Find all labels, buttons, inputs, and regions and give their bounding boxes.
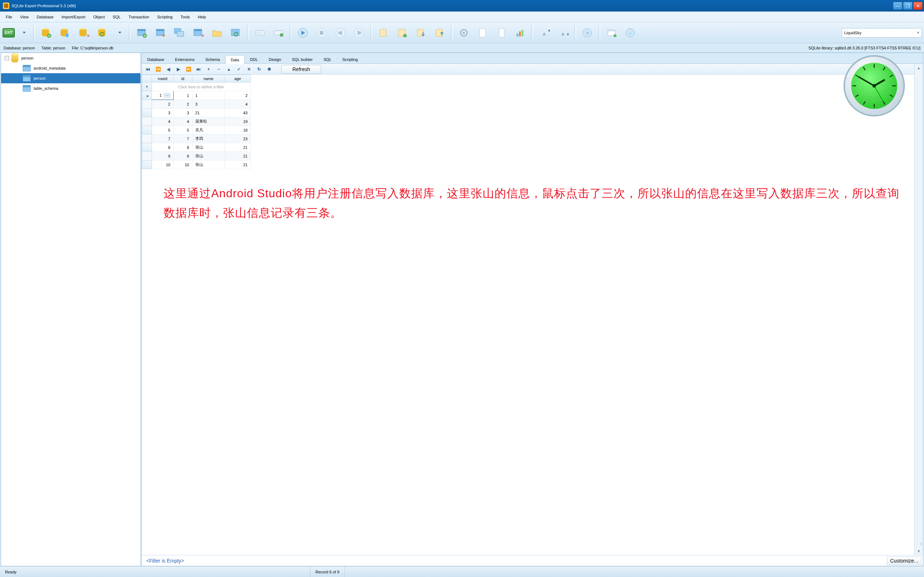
menu-help[interactable]: Help	[194, 13, 210, 21]
table-row[interactable]: 44屈青松19	[142, 117, 251, 126]
nav-bookmark[interactable]: ✱	[265, 65, 274, 73]
tab-sqlbuilder[interactable]: SQL builder	[287, 55, 318, 63]
table-row[interactable]: 1⋯112	[142, 91, 251, 100]
scroll-up-icon[interactable]: ▲	[914, 64, 923, 72]
nav-insert[interactable]: +	[204, 65, 213, 73]
menu-object[interactable]: Object	[90, 13, 109, 21]
menu-view[interactable]: View	[16, 13, 32, 21]
table-row[interactable]: 88张山21	[142, 143, 251, 152]
db-open-button[interactable]	[57, 24, 73, 41]
column-name[interactable]: name	[192, 75, 225, 82]
folder-button[interactable]	[208, 24, 225, 41]
status-record: Record 6 of 9	[310, 567, 345, 577]
next-button[interactable]	[351, 24, 367, 41]
tab-schema[interactable]: Schema	[200, 55, 225, 63]
chart-button[interactable]	[512, 24, 528, 41]
nav-first[interactable]: ⏮	[143, 65, 153, 73]
tab-design[interactable]: Design	[263, 55, 287, 63]
table-new-button[interactable]: +	[134, 24, 150, 41]
nav-edit[interactable]: ▴	[224, 65, 234, 73]
menu-file[interactable]: File	[2, 13, 16, 21]
gear-button[interactable]	[456, 24, 472, 41]
nav-delete[interactable]: −	[214, 65, 223, 73]
stop-button[interactable]	[313, 24, 330, 41]
menu-scripting[interactable]: Scripting	[153, 13, 176, 21]
table-refresh-button[interactable]	[228, 24, 244, 41]
data-grid[interactable]: rowididnameage ▼Click here to define a f…	[142, 75, 251, 169]
menu-importexport[interactable]: Import/Export	[58, 13, 89, 21]
toolbar-dropdown-2[interactable]	[113, 24, 126, 41]
script-export-button[interactable]	[431, 24, 448, 41]
skin-select[interactable]: LiquidSky▾	[842, 28, 922, 37]
font-inc-button[interactable]: A▲	[536, 24, 552, 41]
app-icon	[3, 3, 10, 9]
nav-nextpage[interactable]: ⏩	[184, 65, 193, 73]
table-row[interactable]: 77李四23	[142, 134, 251, 143]
window-button[interactable]	[603, 24, 620, 41]
tab-database[interactable]: Database	[142, 55, 170, 63]
nav-cancel[interactable]: ✕	[244, 65, 254, 73]
tree-item-person[interactable]: person	[1, 73, 141, 83]
statusbar: Ready Record 6 of 9	[0, 566, 924, 577]
nav-prevpage[interactable]: ⏪	[153, 65, 163, 73]
table-row[interactable]: 55吴凡18	[142, 126, 251, 134]
table-row[interactable]: 332143	[142, 108, 251, 117]
nav-next[interactable]: ▶	[174, 65, 183, 73]
keyboard-button-2[interactable]	[270, 24, 287, 41]
table-copy-button[interactable]	[171, 24, 188, 41]
script-import-button[interactable]	[412, 24, 429, 41]
refresh-button[interactable]: Refresh	[281, 65, 321, 74]
prev-button[interactable]	[332, 24, 349, 41]
table-row[interactable]: 2234	[142, 100, 251, 108]
tree-root[interactable]: − person	[1, 53, 141, 63]
table-row[interactable]: 99张山21	[142, 152, 251, 161]
tree-item-table-schema[interactable]: table_schema	[1, 83, 141, 93]
toolbar-dropdown-1[interactable]	[17, 24, 30, 41]
keyboard-button-1[interactable]	[252, 24, 268, 41]
menu-sql[interactable]: SQL	[109, 13, 124, 21]
customize-button[interactable]: Customize...	[887, 556, 921, 565]
tab-data[interactable]: Data	[225, 55, 244, 64]
minimize-button[interactable]: —	[893, 2, 902, 10]
scroll-down-icon[interactable]: ▼	[914, 547, 923, 555]
db-new-button[interactable]: +	[38, 24, 55, 41]
script-button-2[interactable]	[394, 24, 410, 41]
close-button[interactable]: ✕	[913, 2, 922, 10]
db-remove-button[interactable]: ✕	[76, 24, 92, 41]
info-button[interactable]: i	[622, 24, 638, 41]
font-dec-button[interactable]: A▼	[555, 24, 571, 41]
tab-sql[interactable]: SQL	[318, 55, 337, 63]
db-refresh-button[interactable]	[94, 24, 111, 41]
object-tree[interactable]: − person android_metadatapersontable_sch…	[1, 53, 141, 566]
tree-item-android-metadata[interactable]: android_metadata	[1, 63, 141, 73]
table-delete-button[interactable]: ✕	[190, 24, 207, 41]
maximize-button[interactable]: ❐	[903, 2, 913, 10]
nav-post[interactable]: ✓	[234, 65, 244, 73]
table-import-button[interactable]	[152, 24, 169, 41]
doc-button[interactable]	[474, 24, 491, 41]
filter-icon[interactable]: ▼	[142, 82, 152, 91]
menu-database[interactable]: Database	[33, 13, 57, 21]
play-button[interactable]	[294, 24, 311, 41]
menu-transaction[interactable]: Transaction	[125, 13, 153, 21]
tab-extensions[interactable]: Extensions	[170, 55, 200, 63]
column-rowid[interactable]: rowid	[152, 75, 173, 82]
tab-scripting[interactable]: Scripting	[337, 55, 363, 63]
svg-point-25	[280, 33, 283, 37]
filter-row[interactable]: Click here to define a filter	[152, 82, 250, 91]
script-button-1[interactable]	[375, 24, 392, 41]
svg-point-31	[403, 34, 407, 37]
column-age[interactable]: age	[225, 75, 250, 82]
nav-prev[interactable]: ◀	[163, 65, 173, 73]
tab-ddl[interactable]: DDL	[245, 55, 263, 63]
menu-tools[interactable]: Tools	[177, 13, 194, 21]
nav-refresh[interactable]: ↻	[254, 65, 264, 73]
collapse-icon[interactable]: −	[5, 56, 9, 60]
column-id[interactable]: id	[173, 75, 192, 82]
table-row[interactable]: 1010张山21	[142, 161, 251, 169]
help-button[interactable]: ?	[579, 24, 596, 41]
scrollbar[interactable]: ▲ ▼ ⁞	[914, 64, 923, 555]
exit-button[interactable]: EXIT	[2, 24, 15, 41]
nav-last[interactable]: ⏭	[194, 65, 203, 73]
book-button[interactable]	[493, 24, 510, 41]
